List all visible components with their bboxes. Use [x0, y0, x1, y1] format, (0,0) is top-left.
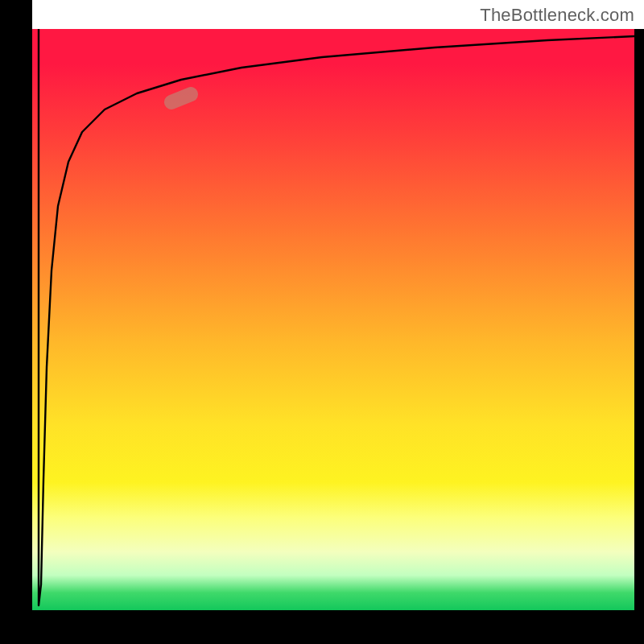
watermark-text: TheBottleneck.com: [480, 5, 634, 26]
y-axis-black-band: [0, 0, 32, 644]
curve-svg: [32, 29, 634, 610]
bottleneck-curve-path: [39, 29, 634, 605]
x-axis-black-band: [0, 610, 644, 644]
chart-plot-area: [32, 29, 634, 610]
